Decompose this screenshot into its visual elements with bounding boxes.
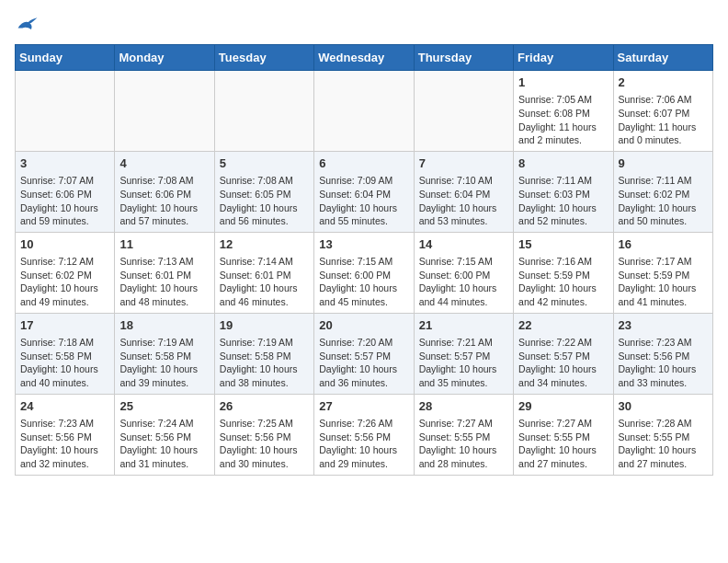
day-info-line: Daylight: 10 hours and 57 minutes. [119,201,209,228]
day-info-line: Sunset: 5:55 PM [619,431,708,444]
day-info-line: Daylight: 11 hours and 0 minutes. [619,121,708,147]
calendar-day-header: Sunday [16,45,115,71]
day-info-line: Sunrise: 7:25 AM [220,417,309,431]
calendar-day-cell: 2Sunrise: 7:06 AMSunset: 6:07 PMDaylight… [613,71,712,152]
calendar-day-cell: 30Sunrise: 7:28 AMSunset: 5:55 PMDayligh… [613,394,712,475]
calendar-day-cell [214,71,313,152]
calendar-week-row: 3Sunrise: 7:07 AMSunset: 6:06 PMDaylight… [16,151,713,232]
day-info-line: Sunrise: 7:27 AM [419,417,508,431]
calendar-day-cell: 24Sunrise: 7:23 AMSunset: 5:56 PMDayligh… [16,394,115,475]
calendar-day-cell [314,71,414,152]
calendar-day-cell: 17Sunrise: 7:18 AMSunset: 5:58 PMDayligh… [16,313,115,394]
calendar-week-row: 1Sunrise: 7:05 AMSunset: 6:08 PMDaylight… [16,71,713,152]
day-info-line: Sunset: 6:06 PM [20,188,109,201]
day-info-line: Sunset: 6:06 PM [119,188,209,201]
day-info-line: Daylight: 10 hours and 45 minutes. [319,282,408,308]
day-info-line: Sunset: 6:03 PM [518,188,608,201]
day-info-line: Sunrise: 7:09 AM [319,174,408,188]
day-info-line: Daylight: 10 hours and 39 minutes. [119,362,209,389]
day-number: 30 [619,398,708,415]
day-info-line: Daylight: 10 hours and 49 minutes. [20,282,109,308]
calendar-day-cell: 8Sunrise: 7:11 AMSunset: 6:03 PMDaylight… [514,151,613,232]
day-info-line: Sunset: 6:00 PM [319,269,408,282]
calendar-day-cell [115,71,214,152]
day-number: 1 [518,75,608,91]
day-number: 14 [419,236,508,253]
day-info-line: Daylight: 10 hours and 33 minutes. [619,362,708,389]
calendar-day-cell: 13Sunrise: 7:15 AMSunset: 6:00 PMDayligh… [314,232,414,313]
day-info-line: Sunrise: 7:27 AM [518,417,608,431]
day-info-line: Daylight: 10 hours and 52 minutes. [518,201,608,228]
calendar-day-cell: 25Sunrise: 7:24 AMSunset: 5:56 PMDayligh… [115,394,214,475]
day-info-line: Sunrise: 7:16 AM [518,255,608,269]
day-info-line: Daylight: 10 hours and 31 minutes. [119,443,209,470]
day-info-line: Sunset: 6:04 PM [419,188,508,201]
day-number: 24 [20,398,109,415]
calendar-day-header: Tuesday [214,45,313,71]
calendar-day-cell: 9Sunrise: 7:11 AMSunset: 6:02 PMDaylight… [613,151,712,232]
day-info-line: Daylight: 10 hours and 55 minutes. [319,201,408,228]
day-info-line: Sunset: 5:57 PM [518,350,608,363]
day-info-line: Daylight: 10 hours and 30 minutes. [220,443,309,470]
day-info-line: Sunrise: 7:06 AM [619,93,708,107]
day-info-line: Sunset: 5:56 PM [20,431,109,444]
day-info-line: Sunrise: 7:28 AM [619,417,708,431]
day-info-line: Daylight: 10 hours and 34 minutes. [518,362,608,389]
day-number: 16 [619,236,708,253]
day-info-line: Sunrise: 7:13 AM [119,255,209,269]
day-info-line: Sunset: 5:58 PM [20,350,109,363]
calendar-day-cell [414,71,513,152]
day-number: 10 [20,236,109,253]
day-number: 23 [619,317,708,334]
day-number: 22 [518,317,608,334]
day-info-line: Sunset: 5:56 PM [220,431,309,444]
calendar-day-header: Wednesday [314,45,414,71]
day-info-line: Sunset: 6:05 PM [220,188,309,201]
day-info-line: Sunrise: 7:24 AM [119,417,209,431]
day-number: 29 [518,398,608,415]
calendar-week-row: 24Sunrise: 7:23 AMSunset: 5:56 PMDayligh… [16,394,713,475]
day-info-line: Sunset: 6:02 PM [619,188,708,201]
day-info-line: Sunrise: 7:15 AM [419,255,508,269]
day-info-line: Sunrise: 7:07 AM [20,174,109,188]
calendar-day-cell: 5Sunrise: 7:08 AMSunset: 6:05 PMDaylight… [214,151,313,232]
day-info-line: Daylight: 10 hours and 59 minutes. [20,201,109,228]
day-info-line: Sunset: 5:57 PM [419,350,508,363]
day-info-line: Sunset: 5:56 PM [319,431,408,444]
day-info-line: Sunrise: 7:14 AM [220,255,309,269]
calendar-week-row: 10Sunrise: 7:12 AMSunset: 6:02 PMDayligh… [16,232,713,313]
day-number: 12 [220,236,309,253]
calendar-day-cell: 20Sunrise: 7:20 AMSunset: 5:57 PMDayligh… [314,313,414,394]
calendar-header-row: SundayMondayTuesdayWednesdayThursdayFrid… [16,45,713,71]
day-info-line: Sunrise: 7:23 AM [619,336,708,350]
day-info-line: Daylight: 10 hours and 27 minutes. [619,443,708,470]
day-info-line: Sunrise: 7:11 AM [619,174,708,188]
day-info-line: Sunrise: 7:11 AM [518,174,608,188]
day-number: 7 [419,155,508,172]
calendar-week-row: 17Sunrise: 7:18 AMSunset: 5:58 PMDayligh… [16,313,713,394]
day-number: 27 [319,398,408,415]
day-info-line: Sunrise: 7:05 AM [518,93,608,107]
day-info-line: Sunrise: 7:10 AM [419,174,508,188]
day-info-line: Sunset: 6:04 PM [319,188,408,201]
day-number: 8 [518,155,608,172]
calendar-day-cell: 22Sunrise: 7:22 AMSunset: 5:57 PMDayligh… [514,313,613,394]
calendar-day-cell: 27Sunrise: 7:26 AMSunset: 5:56 PMDayligh… [314,394,414,475]
day-info-line: Sunrise: 7:08 AM [119,174,209,188]
day-info-line: Sunrise: 7:19 AM [119,336,209,350]
calendar-day-cell: 16Sunrise: 7:17 AMSunset: 5:59 PMDayligh… [613,232,712,313]
calendar-day-cell: 21Sunrise: 7:21 AMSunset: 5:57 PMDayligh… [414,313,513,394]
day-info-line: Daylight: 10 hours and 42 minutes. [518,282,608,308]
calendar-day-cell: 4Sunrise: 7:08 AMSunset: 6:06 PMDaylight… [115,151,214,232]
day-info-line: Sunset: 5:59 PM [518,269,608,282]
day-info-line: Daylight: 10 hours and 38 minutes. [220,362,309,389]
calendar-day-cell: 19Sunrise: 7:19 AMSunset: 5:58 PMDayligh… [214,313,313,394]
day-info-line: Sunrise: 7:21 AM [419,336,508,350]
day-info-line: Daylight: 10 hours and 50 minutes. [619,201,708,228]
calendar-day-cell: 29Sunrise: 7:27 AMSunset: 5:55 PMDayligh… [514,394,613,475]
page-header [15,15,713,33]
day-number: 20 [319,317,408,334]
calendar-day-cell: 1Sunrise: 7:05 AMSunset: 6:08 PMDaylight… [514,71,613,152]
day-number: 6 [319,155,408,172]
day-number: 19 [220,317,309,334]
